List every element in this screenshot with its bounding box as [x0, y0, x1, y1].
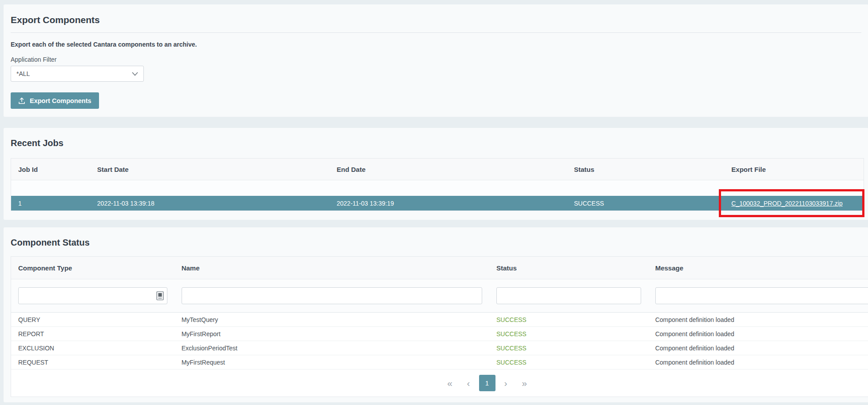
component-message-cell: Component definition loaded	[648, 330, 868, 338]
component-status-card: Component Status Component Type Name Sta…	[4, 227, 868, 402]
component-message-cell: Component definition loaded	[648, 359, 868, 366]
component-status-cell: SUCCESS	[489, 330, 648, 338]
component-status-table: Component Type Name Status Message	[11, 256, 868, 397]
recent-jobs-table: Job Id Start Date End Date Status Export…	[11, 158, 864, 211]
end-date-cell: 2022-11-03 13:39:19	[329, 200, 567, 207]
column-header-end-date[interactable]: End Date	[329, 166, 567, 173]
component-type-cell: EXCLUSION	[11, 345, 174, 352]
job-status-cell: SUCCESS	[567, 200, 725, 207]
paginator-page-1-button[interactable]: 1	[479, 375, 495, 391]
component-type-cell: REQUEST	[11, 359, 174, 366]
paginator-prev-button[interactable]: ‹	[460, 375, 477, 391]
message-filter-input[interactable]	[655, 287, 868, 304]
component-type-cell: QUERY	[11, 316, 174, 323]
export-file-cell: C_100032_PROD_20221103033917.zip	[724, 200, 864, 207]
upload-icon	[18, 97, 25, 104]
column-header-name[interactable]: Name	[174, 264, 489, 272]
export-components-page: { "export_card": { "title": "Export Comp…	[0, 0, 868, 405]
component-name-cell: MyFirstReport	[174, 330, 489, 338]
job-id-cell: 1	[11, 200, 90, 207]
export-file-link[interactable]: C_100032_PROD_20221103033917.zip	[731, 200, 842, 207]
paginator-first-button[interactable]: «	[442, 375, 458, 391]
component-name-cell: MyFirstRequest	[174, 359, 489, 366]
export-components-button[interactable]: Export Components	[11, 92, 99, 109]
divider	[11, 32, 861, 33]
component-status-title: Component Status	[11, 237, 861, 248]
status-filter-input[interactable]	[496, 287, 641, 304]
recent-jobs-header-row: Job Id Start Date End Date Status Export…	[11, 159, 864, 180]
component-row[interactable]: REQUEST MyFirstRequest SUCCESS Component…	[11, 355, 868, 369]
component-row[interactable]: EXCLUSION ExclusionPeriodTest SUCCESS Co…	[11, 341, 868, 355]
chevron-down-icon	[132, 72, 138, 76]
recent-jobs-table-wrap: Job Id Start Date End Date Status Export…	[11, 158, 864, 211]
recent-jobs-title: Recent Jobs	[11, 138, 861, 148]
column-header-job-id[interactable]: Job Id	[11, 166, 90, 173]
component-row[interactable]: QUERY MyTestQuery SUCCESS Component defi…	[11, 313, 868, 327]
column-header-export-file[interactable]: Export File	[724, 166, 864, 173]
page-title: Export Components	[11, 14, 861, 25]
column-header-message[interactable]: Message	[648, 264, 868, 272]
paginator: « ‹ 1 › »	[11, 369, 868, 397]
component-type-filter-input[interactable]	[18, 287, 167, 304]
application-filter-select[interactable]: *ALL	[11, 66, 144, 82]
export-button-label: Export Components	[30, 97, 91, 104]
export-description: Export each of the selected Cantara comp…	[11, 41, 861, 48]
empty-row	[11, 180, 864, 196]
name-filter-input[interactable]	[182, 287, 482, 304]
component-status-cell: SUCCESS	[489, 316, 648, 323]
column-header-component-type[interactable]: Component Type	[11, 264, 174, 272]
recent-jobs-card: Recent Jobs Job Id Start Date End Date S…	[4, 128, 868, 220]
application-filter-value: *ALL	[16, 70, 30, 77]
component-status-cell: SUCCESS	[489, 359, 648, 366]
component-name-cell: MyTestQuery	[174, 316, 489, 323]
column-filter-icon[interactable]	[156, 291, 164, 301]
column-header-start-date[interactable]: Start Date	[90, 166, 329, 173]
job-row-selected[interactable]: 1 2022-11-03 13:39:18 2022-11-03 13:39:1…	[11, 196, 864, 210]
component-message-cell: Component definition loaded	[648, 345, 868, 352]
start-date-cell: 2022-11-03 13:39:18	[90, 200, 329, 207]
component-message-cell: Component definition loaded	[648, 316, 868, 323]
paginator-next-button[interactable]: ›	[498, 375, 514, 391]
filter-row	[11, 279, 868, 313]
application-filter-label: Application Filter	[11, 56, 861, 63]
component-type-cell: REPORT	[11, 330, 174, 338]
column-header-cs-status[interactable]: Status	[489, 264, 648, 272]
component-status-header-row: Component Type Name Status Message	[11, 257, 868, 279]
component-row[interactable]: REPORT MyFirstReport SUCCESS Component d…	[11, 327, 868, 341]
component-name-cell: ExclusionPeriodTest	[174, 345, 489, 352]
export-components-card: Export Components Export each of the sel…	[4, 4, 868, 117]
column-header-status[interactable]: Status	[567, 166, 725, 173]
component-status-cell: SUCCESS	[489, 345, 648, 352]
paginator-last-button[interactable]: »	[516, 375, 533, 391]
